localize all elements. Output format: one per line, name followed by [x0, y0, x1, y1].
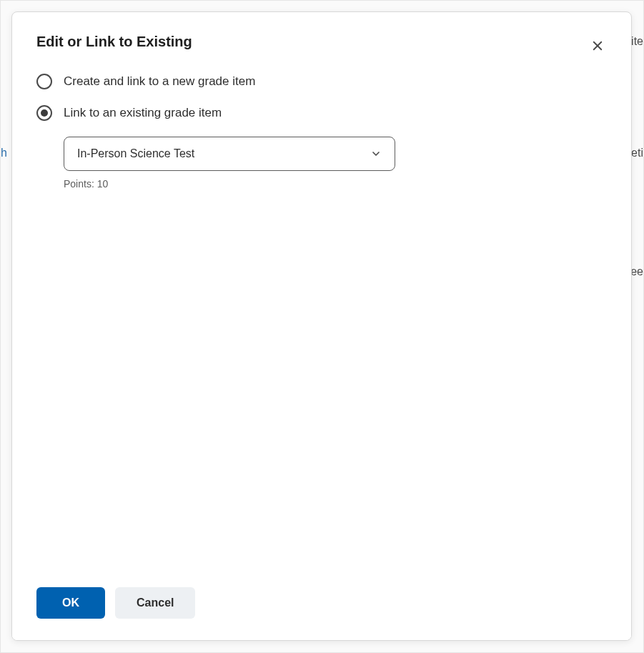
grade-item-select-wrap: In-Person Science Test Points: 10 — [64, 137, 607, 190]
radio-option-link[interactable]: Link to an existing grade item — [36, 105, 607, 121]
bg-text-fragment: eti — [631, 147, 643, 159]
radio-create[interactable] — [36, 74, 52, 89]
body-spacer — [36, 190, 607, 519]
chevron-down-icon — [370, 148, 382, 159]
bg-text-fragment: ite — [631, 35, 643, 48]
grade-item-select-value: In-Person Science Test — [77, 147, 194, 160]
ok-button[interactable]: OK — [36, 587, 105, 619]
radio-create-label[interactable]: Create and link to a new grade item — [64, 74, 255, 89]
dialog-footer: OK Cancel — [12, 568, 631, 640]
cancel-button[interactable]: Cancel — [115, 587, 195, 619]
dialog-header: Edit or Link to Existing — [12, 12, 631, 65]
radio-link[interactable] — [36, 105, 52, 121]
close-button[interactable] — [588, 36, 607, 55]
grade-item-select[interactable]: In-Person Science Test — [64, 137, 395, 171]
dialog-title: Edit or Link to Existing — [36, 34, 192, 50]
bg-text-fragment: h — [1, 147, 7, 159]
radio-option-create[interactable]: Create and link to a new grade item — [36, 74, 607, 89]
close-icon — [591, 39, 604, 52]
radio-inner-dot — [41, 109, 48, 117]
radio-link-label[interactable]: Link to an existing grade item — [64, 106, 222, 120]
points-label: Points: 10 — [64, 178, 607, 190]
edit-link-dialog: Edit or Link to Existing Create and link… — [11, 11, 632, 641]
dialog-body[interactable]: Create and link to a new grade item Link… — [12, 65, 631, 568]
